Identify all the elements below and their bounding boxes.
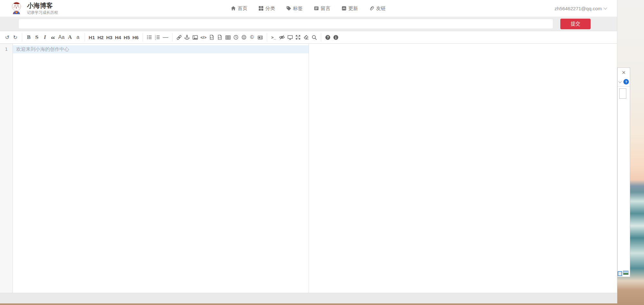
close-icon[interactable]: ✕ — [618, 68, 630, 77]
nav-label: 标签 — [293, 5, 303, 12]
bold-icon[interactable]: B — [25, 33, 33, 42]
side-panel-controls: ? — [618, 77, 630, 86]
chevron-down-icon — [603, 6, 607, 9]
redo-icon[interactable]: ↻ — [11, 33, 19, 42]
ucwords-icon[interactable]: Aa — [57, 33, 66, 42]
submit-button[interactable]: 提交 — [560, 19, 591, 29]
line-number-gutter: 1 — [0, 44, 13, 293]
page-footer — [0, 293, 617, 303]
image-mode-icon[interactable] — [623, 270, 629, 276]
toolbar-separator — [267, 33, 267, 41]
h5-icon[interactable]: H5 — [122, 33, 131, 42]
nav-item-friend-links[interactable]: 友链 — [369, 5, 386, 12]
anchor-icon[interactable] — [183, 33, 191, 42]
page: 小海博客 记录学习成长历程 首页 分类 标签 — [0, 0, 644, 305]
svg-text:?: ? — [327, 35, 329, 39]
image-icon[interactable] — [191, 33, 199, 42]
nav-label: 分类 — [266, 5, 275, 12]
article-title-input[interactable] — [18, 19, 553, 29]
h4-icon[interactable]: H4 — [114, 33, 122, 42]
quote-icon[interactable]: “ — [49, 33, 57, 42]
nav-item-home[interactable]: 首页 — [231, 5, 247, 12]
message-icon — [314, 6, 319, 11]
editor-placeholder-text: 欢迎来到小海的创作中心 — [16, 46, 69, 52]
html-entities-icon[interactable]: © — [248, 33, 256, 42]
h1-icon[interactable]: H1 — [88, 33, 96, 42]
nav-item-updates[interactable]: 更新 — [341, 5, 358, 12]
side-panel-footer — [618, 270, 630, 277]
site-title: 小海博客 — [27, 2, 58, 9]
main-nav: 首页 分类 标签 留言 更新 — [231, 5, 386, 12]
active-line[interactable]: 欢迎来到小海的创作中心 — [13, 45, 309, 53]
h6-icon[interactable]: H6 — [131, 33, 140, 42]
nav-item-category[interactable]: 分类 — [258, 5, 275, 12]
code-editor-pane[interactable]: 欢迎来到小海的创作中心 — [13, 44, 309, 293]
site-avatar — [10, 1, 23, 16]
markdown-preview-pane — [309, 44, 617, 293]
link-icon[interactable] — [175, 33, 183, 42]
user-email: zh56462271@qq.com — [555, 6, 602, 11]
editor-toolbar: ↺ ↻ B S I “ Aa A a H1 H2 H3 H4 H5 H6 123… — [0, 31, 617, 44]
toolbar-separator — [85, 33, 85, 41]
pagebreak-icon[interactable] — [256, 33, 264, 42]
lowercase-icon[interactable]: a — [74, 33, 82, 42]
main-content: 小海博客 记录学习成长历程 首页 分类 标签 — [0, 0, 617, 303]
preview-icon[interactable] — [286, 33, 294, 42]
help-circle-icon[interactable]: ? — [623, 79, 629, 85]
code-icon[interactable]: </> — [199, 33, 208, 42]
site-subtitle: 记录学习成长历程 — [27, 10, 58, 15]
toolbar-separator — [22, 33, 22, 41]
toolbar-separator — [143, 33, 143, 41]
goto-line-icon[interactable]: >_ — [270, 33, 278, 42]
nav-label: 首页 — [238, 5, 247, 12]
floating-side-panel: ✕ ? — [617, 67, 630, 277]
nav-item-tags[interactable]: 标签 — [286, 5, 303, 12]
uppercase-icon[interactable]: A — [66, 33, 74, 42]
undo-icon[interactable]: ↺ — [3, 33, 11, 42]
strikethrough-icon[interactable]: S — [33, 33, 41, 42]
h2-icon[interactable]: H2 — [96, 33, 105, 42]
side-panel-input[interactable] — [619, 88, 626, 99]
line-number: 1 — [0, 45, 13, 53]
links-icon — [369, 6, 374, 11]
nav-label: 友链 — [376, 5, 386, 12]
update-icon — [341, 6, 347, 11]
user-menu[interactable]: zh56462271@qq.com — [386, 6, 611, 11]
text-mode-icon[interactable] — [618, 271, 622, 276]
chevron-down-icon[interactable] — [619, 80, 622, 83]
logo-block[interactable]: 小海博客 记录学习成长历程 — [10, 1, 231, 16]
datetime-icon[interactable] — [232, 33, 240, 42]
clear-icon[interactable] — [302, 33, 310, 42]
category-icon — [258, 6, 264, 11]
site-header: 小海博客 记录学习成长历程 首页 分类 标签 — [0, 0, 617, 17]
hr-icon[interactable]: — — [162, 33, 170, 42]
home-icon — [231, 6, 236, 11]
code-block-icon[interactable] — [216, 33, 224, 42]
list-ol-icon[interactable]: 123 — [154, 33, 162, 42]
list-ul-icon[interactable] — [145, 33, 154, 42]
tag-icon — [286, 6, 291, 11]
markdown-editor: 1 欢迎来到小海的创作中心 — [0, 44, 617, 293]
nav-label: 留言 — [321, 5, 331, 12]
italic-icon[interactable]: I — [41, 33, 49, 42]
fullscreen-icon[interactable] — [294, 33, 302, 42]
help-icon[interactable]: ? — [324, 33, 332, 42]
nav-label: 更新 — [349, 5, 358, 12]
compose-bar: 提交 — [0, 17, 617, 31]
search-icon[interactable] — [310, 33, 318, 42]
table-icon[interactable] — [224, 33, 232, 42]
toolbar-separator — [172, 33, 173, 41]
preformatted-text-icon[interactable] — [208, 33, 216, 42]
site-identity: 小海博客 记录学习成长历程 — [27, 2, 58, 15]
nav-item-messages[interactable]: 留言 — [314, 5, 331, 12]
svg-text:3: 3 — [155, 38, 156, 40]
info-icon[interactable] — [332, 33, 340, 42]
h3-icon[interactable]: H3 — [105, 33, 114, 42]
watch-icon[interactable] — [278, 33, 286, 42]
toolbar-separator — [321, 33, 321, 41]
emoji-icon[interactable] — [240, 33, 248, 42]
